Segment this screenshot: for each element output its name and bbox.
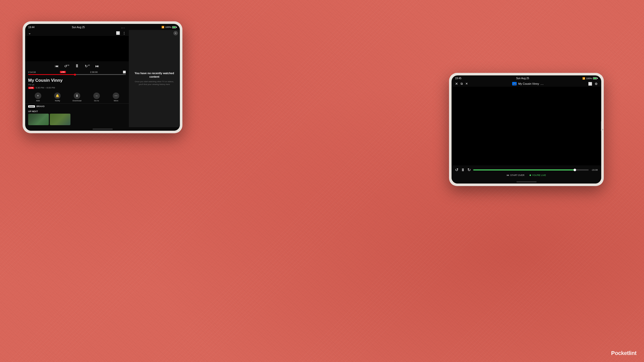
main-player-area: ⌄ ⬜ ⋮ ⏮ ↺10 ⏸ ↻10 ⏭ <box>25 30 129 127</box>
home-bar-right <box>516 182 537 182</box>
left-tablet-screen: 19:44 Sun Aug 25 ... 📶 100% ⌄ <box>25 24 180 131</box>
more-button[interactable]: ⋯ More <box>106 93 126 102</box>
wifi-icon-left: 📶 <box>162 26 164 28</box>
battery-icon-right <box>593 77 598 79</box>
up-next-thumbnails <box>28 114 126 125</box>
forward-button-right[interactable]: ↻ <box>467 167 471 172</box>
up-next-label: UP NEXT <box>28 110 126 113</box>
more-label: More <box>114 100 118 102</box>
player-toolbar-left: ⌄ ⬜ ⋮ <box>25 30 129 36</box>
add-label: Add <box>36 100 40 102</box>
more-dots-icon: ⋯ <box>113 93 119 99</box>
battery-icon-left <box>172 26 177 28</box>
dvr-icon[interactable]: ⬜ <box>123 71 126 73</box>
channel-logo-right: 🎬 <box>512 82 517 85</box>
battery-pct-left: 100% <box>165 26 171 28</box>
channel-logo-img: 🎬 <box>512 82 517 85</box>
pocketlint-p-letter: P <box>611 350 615 356</box>
settings-icon-right[interactable]: ⚙ <box>595 82 598 86</box>
download-icon: ⬇ <box>74 93 80 99</box>
time-elapsed: 2:14:16 <box>28 71 36 73</box>
schedule-time: 5:30 PM – 8:00 PM <box>36 86 55 89</box>
start-over-button[interactable]: ⏮ START OVER <box>507 174 525 176</box>
skip-back-icon[interactable]: ⏮ <box>55 64 59 68</box>
show-title: My Cousin Vinny <box>28 78 126 83</box>
download-button[interactable]: ⬇ Download <box>67 93 87 102</box>
history-empty-state: You have no recently watched content Onc… <box>129 30 180 127</box>
time-total: 2:30:00 <box>90 71 98 73</box>
progress-thumb-right <box>574 169 576 171</box>
replay-button-right[interactable]: ↺ <box>455 167 458 172</box>
network-badge: bravo BRAVO <box>25 104 129 109</box>
download-label: Download <box>72 100 82 102</box>
close-button-right[interactable]: ✕ <box>455 82 458 86</box>
time-remaining-right: -15:08 <box>591 169 598 171</box>
skip-forward-icon[interactable]: ⏭ <box>95 64 99 68</box>
video-area-right <box>452 87 601 165</box>
home-indicator-right <box>452 180 601 184</box>
goto-icon: → <box>93 93 100 99</box>
chevron-down-icon[interactable]: ⌄ <box>28 31 31 35</box>
pocketlint-text: ocketlint <box>615 350 636 356</box>
status-right-right: 📶 100% <box>582 77 598 80</box>
more-button-right[interactable]: ... <box>541 82 544 85</box>
thumbnail-1[interactable] <box>28 114 49 125</box>
progress-section-left: 2:14:16 LIVE 2:30:00 ⬜ <box>25 71 129 76</box>
right-tablet-screen: 19:45 Sun Aug 25 📶 100% ✕ ⧉ ✕ <box>452 75 601 184</box>
thumbnail-2[interactable] <box>50 114 70 125</box>
cast-icon-right[interactable]: ⬜ <box>588 82 592 86</box>
expand-icon[interactable]: ✕ <box>465 82 468 85</box>
controls-row-right: ↺ ⏸ ↻ -15:08 <box>455 167 598 172</box>
airplay-icon[interactable]: ⬜ <box>116 31 120 35</box>
history-empty-title: You have no recently watched content <box>133 71 176 79</box>
player-controls-left: ⏮ ↺10 ⏸ ↻10 ⏭ <box>25 61 129 71</box>
right-tablet: 19:45 Sun Aug 25 📶 100% ✕ ⧉ ✕ <box>449 73 604 186</box>
goto-button[interactable]: → Go to <box>87 93 106 102</box>
up-next-section: UP NEXT <box>25 109 129 127</box>
forward-icon[interactable]: ↻10 <box>85 64 90 68</box>
live-label-right: YOU'RE LIVE <box>532 174 546 176</box>
status-date-left: Sun Aug 25 <box>72 26 85 29</box>
live-dot-green <box>530 174 531 176</box>
pause-button[interactable]: ⏸ <box>75 63 79 69</box>
more-options-icon[interactable]: ⋮ <box>123 31 126 35</box>
player-header-right: ✕ ⧉ ✕ 🎬 My Cousin Vinny ... ⬜ ⚙ <box>452 81 601 87</box>
battery-pct-right: 100% <box>586 77 592 80</box>
bottom-controls-right: ↺ ⏸ ↻ -15:08 ⏮ START OVER YOU'RE LIVE <box>452 165 601 180</box>
replay-icon[interactable]: ↺10 <box>64 64 69 68</box>
video-area-left <box>25 36 129 61</box>
header-right-group: ⬜ ⚙ <box>588 82 598 86</box>
add-icon: + <box>35 93 41 99</box>
start-over-label: START OVER <box>510 174 525 176</box>
network-name: BRAVO <box>36 105 45 108</box>
wifi-icon-right: 📶 <box>582 77 585 80</box>
header-left-group: ✕ ⧉ ✕ <box>455 82 468 86</box>
goto-label: Go to <box>94 100 99 102</box>
notify-icon: 🔔 <box>54 93 61 99</box>
history-empty-subtitle: Once you start watching other TV or vide… <box>133 80 176 86</box>
add-button[interactable]: + Add <box>28 93 48 102</box>
bravo-logo: bravo <box>28 105 35 108</box>
show-title-right: My Cousin Vinny <box>518 82 539 85</box>
edge-indicator <box>601 121 601 131</box>
home-bar-left <box>93 129 113 129</box>
status-bar-right: 19:45 Sun Aug 25 📶 100% <box>452 75 601 81</box>
content-area-left: ⌄ ⬜ ⋮ ⏮ ↺10 ⏸ ↻10 ⏭ <box>25 30 180 127</box>
progress-fill-left <box>28 74 75 75</box>
show-info: My Cousin Vinny TV-14 LIVE 5:30 PM – 8:0… <box>25 76 129 92</box>
progress-track-left[interactable] <box>28 74 126 75</box>
history-close-button[interactable]: × <box>173 31 178 35</box>
home-indicator-left <box>25 127 180 131</box>
notify-button[interactable]: 🔔 Notify <box>48 93 67 102</box>
progress-bar-right[interactable] <box>473 169 589 170</box>
pip-icon[interactable]: ⧉ <box>461 82 463 85</box>
live-badge: LIVE <box>60 71 66 73</box>
pause-button-right[interactable]: ⏸ <box>461 168 465 172</box>
time-labels: 2:14:16 LIVE 2:30:00 ⬜ <box>28 71 126 73</box>
status-right-left: 📶 100% <box>162 26 177 28</box>
live-button[interactable]: YOU'RE LIVE <box>530 174 546 176</box>
status-bar-left: 19:44 Sun Aug 25 ... 📶 100% <box>25 24 180 30</box>
expand-arrow: › <box>602 128 603 131</box>
show-rating: TV-14 <box>28 83 126 86</box>
toolbar-right: ⬜ ⋮ <box>116 31 126 35</box>
